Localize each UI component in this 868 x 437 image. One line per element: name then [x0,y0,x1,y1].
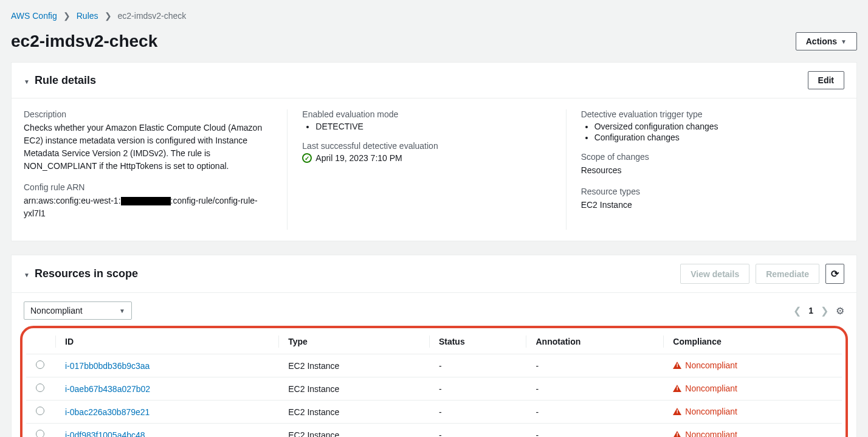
warning-icon [673,408,681,415]
compliance-text: Noncompliant [685,407,737,416]
col-select [26,329,55,354]
resource-id-link[interactable]: i-0df983f1005a4bc48 [65,430,145,438]
refresh-button[interactable]: ⟳ [825,264,844,284]
resource-type: EC2 Instance [278,401,429,424]
arn-prefix: arn:aws:config:eu-west-1: [24,196,121,205]
resource-types-value: EC2 Instance [581,199,830,212]
table-row: i-017bb0bdb36b9c3aaEC2 Instance--Noncomp… [26,354,842,377]
compliance-filter-value: Noncompliant [30,306,83,315]
compliance-text: Noncompliant [685,430,737,437]
view-details-button[interactable]: View details [680,264,749,284]
arn-value: arn:aws:config:eu-west-1::config-rule/co… [24,194,272,220]
collapse-icon [24,267,30,280]
chevron-right-icon: ❯ [105,11,112,21]
rule-details-title-text: Rule details [35,74,96,87]
table-header-row: ID Type Status Annotation Compliance [26,329,842,354]
scope-label: Scope of changes [581,152,830,162]
resources-title[interactable]: Resources in scope [24,267,138,280]
resource-id-link[interactable]: i-0bac226a30b879e21 [65,407,150,417]
resource-type: EC2 Instance [278,377,429,401]
actions-button[interactable]: Actions ▼ [796,32,857,50]
col-status[interactable]: Status [429,329,526,354]
rule-details-col-2: Enabled evaluation mode DETECTIVE Last s… [287,109,565,230]
resource-annotation: - [526,354,663,377]
page-title: ec2-imdsv2-check [11,32,157,51]
resource-status: - [429,377,526,401]
trigger-list: Oversized configuration changes Configur… [581,122,830,142]
trigger-label: Detective evaluation trigger type [581,109,830,119]
rule-details-header: Rule details Edit [12,63,856,98]
resource-id-link[interactable]: i-0aeb67b438a027b02 [65,384,150,394]
resource-id-link[interactable]: i-017bb0bdb36b9c3aa [65,361,150,371]
breadcrumb-current: ec2-imdsv2-check [118,11,187,21]
rule-details-body: Description Checks whether your Amazon E… [12,98,856,241]
resource-types-label: Resource types [581,187,830,196]
refresh-icon: ⟳ [831,268,839,280]
rule-details-title[interactable]: Rule details [24,74,96,87]
breadcrumb-root[interactable]: AWS Config [11,11,57,21]
compliance-text: Noncompliant [685,384,737,393]
row-radio[interactable] [36,430,44,437]
resource-status: - [429,401,526,424]
scope-value: Resources [581,164,830,177]
compliance-text: Noncompliant [685,360,737,370]
trigger-value-0: Oversized configuration changes [594,122,830,131]
resource-compliance: Noncompliant [663,354,842,377]
page-next[interactable]: ❯ [821,305,828,317]
warning-icon [673,431,681,437]
pager: ❮ 1 ❯ ⚙ [793,305,844,317]
eval-mode-value: DETECTIVE [315,122,551,131]
row-radio[interactable] [36,384,44,392]
last-eval-value: April 19, 2023 7:10 PM [315,153,402,163]
row-radio[interactable] [36,407,44,415]
warning-icon [673,362,681,369]
page-prev[interactable]: ❮ [793,305,801,317]
row-radio[interactable] [36,360,44,369]
collapse-icon [24,74,30,87]
table-row: i-0df983f1005a4bc48EC2 Instance--Noncomp… [26,424,842,438]
edit-button[interactable]: Edit [808,71,844,89]
caret-down-icon: ▼ [841,38,847,45]
resource-annotation: - [526,401,663,424]
trigger-value-1: Configuration changes [594,132,830,142]
resources-actions: View details Remediate ⟳ [680,264,844,284]
breadcrumb: AWS Config ❯ Rules ❯ ec2-imdsv2-check [11,11,857,21]
col-type[interactable]: Type [278,329,429,354]
page-number: 1 [808,306,813,315]
resources-table: ID Type Status Annotation Compliance i-0… [26,329,842,437]
last-eval-label: Last successful detective evaluation [302,141,551,151]
resources-table-highlight: ID Type Status Annotation Compliance i-0… [20,326,848,437]
resource-compliance: Noncompliant [663,377,842,401]
resource-compliance: Noncompliant [663,401,842,424]
redacted-account-id [121,197,171,205]
rule-details-panel: Rule details Edit Description Checks whe… [11,62,857,241]
eval-mode-label: Enabled evaluation mode [302,109,551,119]
resource-type: EC2 Instance [278,354,429,377]
col-compliance[interactable]: Compliance [663,329,842,354]
resource-annotation: - [526,424,663,438]
remediate-button[interactable]: Remediate [756,264,819,284]
warning-icon [673,385,681,392]
resource-type: EC2 Instance [278,424,429,438]
col-id[interactable]: ID [55,329,278,354]
arn-label: Config rule ARN [24,182,272,192]
actions-label: Actions [806,36,837,46]
resources-title-text: Resources in scope [35,267,138,280]
resource-status: - [429,424,526,438]
resource-status: - [429,354,526,377]
page-header: ec2-imdsv2-check Actions ▼ [11,32,857,51]
table-row: i-0bac226a30b879e21EC2 Instance--Noncomp… [26,401,842,424]
settings-gear-icon[interactable]: ⚙ [836,305,844,317]
description-label: Description [24,109,272,119]
col-annotation[interactable]: Annotation [526,329,663,354]
chevron-right-icon: ❯ [63,11,71,21]
last-eval-row: April 19, 2023 7:10 PM [302,153,551,163]
eval-mode-list: DETECTIVE [302,122,551,131]
rule-details-col-1: Description Checks whether your Amazon E… [24,109,287,230]
resources-panel: Resources in scope View details Remediat… [11,255,857,437]
resource-annotation: - [526,377,663,401]
breadcrumb-rules[interactable]: Rules [77,11,98,21]
resource-compliance: Noncompliant [663,424,842,438]
chevron-down-icon: ▼ [119,308,125,314]
compliance-filter-select[interactable]: Noncompliant ▼ [24,301,132,320]
